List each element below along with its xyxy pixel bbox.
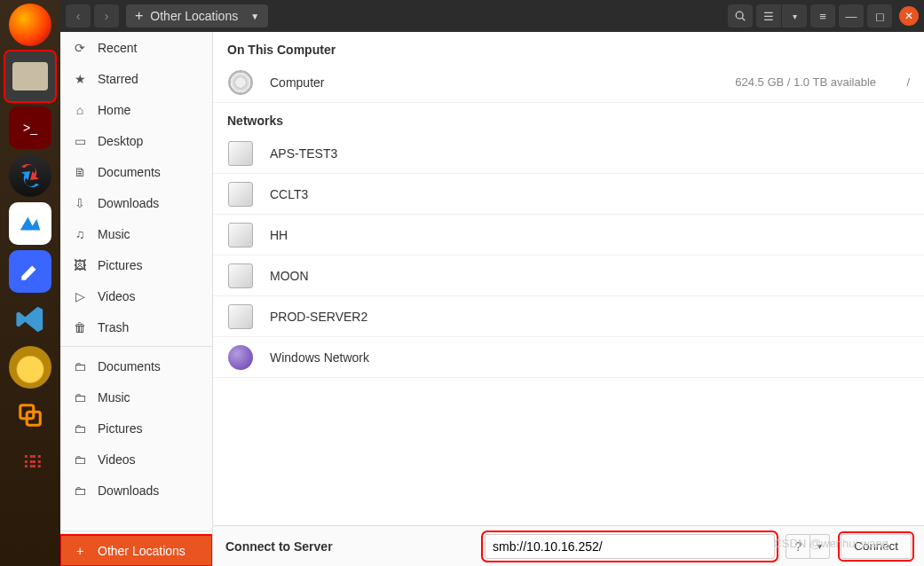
vmware-icon[interactable] — [9, 394, 51, 436]
sidebar-item-trash[interactable]: 🗑Trash — [60, 311, 212, 342]
maximize-button[interactable]: ◻ — [867, 4, 892, 28]
show-apps-icon[interactable]: ⠿⠿ — [9, 442, 51, 484]
row-label: MOON — [270, 269, 910, 283]
recent-servers-button[interactable]: ▾ — [810, 534, 830, 559]
sidebar-item-pictures[interactable]: 🖼Pictures — [60, 249, 212, 280]
titlebar: ‹ › + Other Locations ▼ ☰ ▾ ≡ — ◻ ✕ — [60, 0, 924, 32]
hamburger-menu-button[interactable]: ≡ — [810, 4, 835, 28]
row-windows-network[interactable]: Windows Network — [213, 337, 924, 378]
list-view-button[interactable]: ☰ — [756, 4, 781, 28]
network-icon — [228, 345, 253, 370]
sidebar-item-music[interactable]: ♫Music — [60, 218, 212, 249]
help-button[interactable]: ? — [786, 534, 810, 559]
backup-icon[interactable] — [9, 154, 51, 197]
terminal-icon[interactable]: >_ — [9, 106, 51, 149]
connect-button[interactable]: Connect — [841, 534, 912, 559]
sidebar-mount-videos[interactable]: 🗀Videos — [60, 444, 212, 475]
sidebar-item-label: Documents — [98, 165, 161, 179]
row-label: HH — [270, 228, 910, 242]
sidebar-item-desktop[interactable]: ▭Desktop — [60, 125, 212, 156]
downloads-icon: ⇩ — [73, 196, 87, 210]
plus-icon: + — [73, 544, 87, 558]
view-options-button[interactable]: ▾ — [782, 4, 807, 28]
clock-icon: ⟳ — [73, 41, 87, 55]
text-editor-icon[interactable] — [9, 250, 51, 293]
pictures-icon: 🖼 — [73, 258, 87, 272]
server-icon — [228, 141, 253, 166]
sidebar-item-other-locations[interactable]: + Other Locations — [60, 535, 212, 566]
row-label: CCLT3 — [270, 187, 910, 201]
vscode-icon[interactable] — [9, 298, 51, 341]
row-label: APS-TEST3 — [270, 146, 910, 161]
folder-icon: 🗀 — [73, 483, 87, 498]
folder-icon: 🗀 — [73, 452, 87, 467]
close-button[interactable]: ✕ — [899, 6, 919, 26]
row-network[interactable]: CCLT3 — [213, 174, 924, 215]
sidebar-item-home[interactable]: ⌂Home — [60, 94, 212, 125]
row-network[interactable]: APS-TEST3 — [213, 133, 924, 174]
sidebar-item-label: Recent — [98, 41, 137, 55]
connect-bar: Connect to Server ? ▾ Connect — [213, 525, 924, 566]
sidebar-item-videos[interactable]: ▷Videos — [60, 280, 212, 311]
row-path: / — [892, 75, 910, 89]
server-icon — [228, 182, 253, 207]
star-icon: ★ — [73, 72, 87, 86]
firefox-icon[interactable] — [9, 4, 51, 46]
files-icon[interactable] — [5, 51, 55, 101]
sidebar-item-recent[interactable]: ⟳Recent — [60, 32, 212, 63]
connect-label: Connect to Server — [225, 539, 474, 554]
server-icon — [228, 263, 253, 288]
plus-icon: + — [135, 8, 143, 24]
section-title-computer: On This Computer — [213, 32, 924, 62]
row-network[interactable]: PROD-SERVER2 — [213, 296, 924, 337]
dropdown-icon: ▼ — [250, 12, 259, 21]
sidebar-item-label: Other Locations — [98, 544, 186, 558]
svg-point-3 — [736, 12, 743, 19]
videos-icon: ▷ — [73, 289, 87, 303]
sidebar-item-label: Music — [98, 227, 130, 241]
home-icon: ⌂ — [73, 103, 87, 117]
desktop-icon: ▭ — [73, 134, 87, 148]
teapot-icon[interactable] — [9, 346, 51, 389]
section-title-networks: Networks — [213, 103, 924, 133]
file-manager-window: ‹ › + Other Locations ▼ ☰ ▾ ≡ — ◻ ✕ ⟳Rec… — [60, 0, 924, 566]
sidebar-item-starred[interactable]: ★Starred — [60, 63, 212, 94]
sidebar-mount-downloads[interactable]: 🗀Downloads — [60, 475, 212, 506]
server-icon — [228, 304, 253, 329]
sidebar-mount-documents[interactable]: 🗀Documents — [60, 350, 212, 381]
sidebar-mount-pictures[interactable]: 🗀Pictures — [60, 413, 212, 444]
sidebar-item-label: Music — [98, 390, 130, 405]
row-label: Windows Network — [270, 350, 910, 365]
sidebar-item-label: Starred — [98, 72, 138, 86]
sidebar-item-label: Downloads — [98, 483, 159, 498]
server-icon — [228, 223, 253, 248]
forward-button[interactable]: › — [94, 4, 119, 28]
row-label: Computer — [270, 75, 719, 90]
mailspring-icon[interactable] — [9, 202, 51, 245]
location-bar[interactable]: + Other Locations ▼ — [126, 4, 268, 28]
sidebar-item-label: Home — [98, 103, 130, 117]
main-panel: On This Computer Computer 624.5 GB / 1.0… — [213, 32, 924, 566]
row-network[interactable]: MOON — [213, 255, 924, 296]
sidebar-item-documents[interactable]: 🗎Documents — [60, 156, 212, 187]
disk-icon — [228, 70, 253, 95]
row-computer[interactable]: Computer 624.5 GB / 1.0 TB available / — [213, 62, 924, 103]
dock: >_ ⠿⠿ — [0, 0, 60, 566]
folder-icon: 🗀 — [73, 359, 87, 373]
row-meta: 624.5 GB / 1.0 TB available — [735, 75, 876, 89]
sidebar-item-downloads[interactable]: ⇩Downloads — [60, 187, 212, 218]
sidebar-item-label: Downloads — [98, 196, 159, 210]
row-network[interactable]: HH — [213, 215, 924, 255]
sidebar-mount-music[interactable]: 🗀Music — [60, 381, 212, 413]
search-button[interactable] — [728, 4, 753, 28]
sidebar-item-label: Trash — [98, 320, 129, 334]
sidebar: ⟳Recent ★Starred ⌂Home ▭Desktop 🗎Documen… — [60, 32, 213, 566]
music-icon: ♫ — [73, 227, 87, 241]
sidebar-item-label: Videos — [98, 289, 136, 303]
minimize-button[interactable]: — — [839, 4, 864, 28]
back-button[interactable]: ‹ — [66, 4, 91, 28]
server-address-input[interactable] — [485, 534, 775, 559]
svg-line-4 — [742, 18, 745, 20]
sidebar-item-label: Pictures — [98, 258, 143, 272]
row-label: PROD-SERVER2 — [270, 310, 910, 324]
